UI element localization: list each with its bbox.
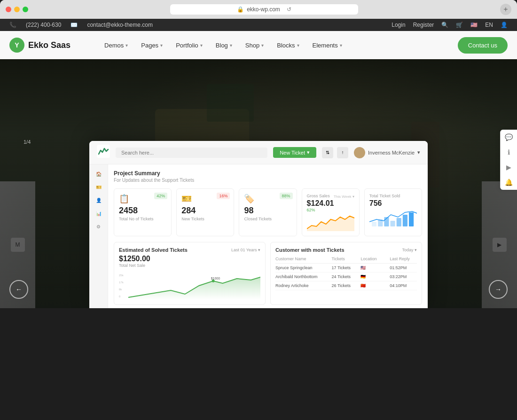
table-row[interactable]: Rodney Artichoke 26 Tickets 🇨🇳 04:10PM bbox=[275, 281, 417, 290]
minimize-button[interactable] bbox=[14, 7, 20, 12]
customer-reply-2: 03:22PM bbox=[390, 274, 417, 279]
chevron-down-icon: ▾ bbox=[261, 43, 264, 48]
table-row[interactable]: Archibald Northbottom 24 Tickets 🇩🇪 03:2… bbox=[275, 272, 417, 281]
customer-reply-3: 04:10PM bbox=[390, 283, 417, 288]
nav-label-demos: Demos bbox=[104, 42, 124, 49]
register-link[interactable]: Register bbox=[413, 22, 434, 28]
user-icon[interactable]: 👤 bbox=[501, 22, 508, 28]
cart-icon[interactable]: 🛒 bbox=[456, 22, 463, 28]
upload-icon[interactable]: ↑ bbox=[337, 147, 348, 158]
phone-number: (222) 400-630 bbox=[26, 22, 61, 28]
logo-icon: Y bbox=[9, 38, 24, 53]
language-label[interactable]: EN bbox=[485, 22, 493, 28]
svg-text:$1000: $1000 bbox=[211, 277, 220, 280]
nav-logo-group[interactable]: Y Ekko Saas bbox=[9, 38, 85, 53]
stats-row: 42% 📋 2458 Total No of Tickets 16% 🎫 284… bbox=[114, 188, 422, 236]
stat-label-total: Total No of Tickets bbox=[119, 217, 166, 221]
stat-label-closed: Closed Tickets bbox=[244, 217, 291, 221]
sidebar-settings-icon[interactable]: ⚙ bbox=[94, 222, 103, 231]
prev-slide-button[interactable]: ← bbox=[9, 280, 28, 299]
customers-period[interactable]: Today ▾ bbox=[402, 248, 417, 252]
login-link[interactable]: Login bbox=[392, 22, 405, 28]
nav-item-blocks[interactable]: Blocks ▾ bbox=[271, 38, 305, 53]
comment-icon[interactable]: 💬 bbox=[505, 133, 513, 141]
stat-badge-total: 42% bbox=[154, 193, 167, 199]
nav-label-portfolio: Portfolio bbox=[176, 42, 198, 49]
customer-tickets-1: 17 Tickets bbox=[332, 265, 359, 270]
stat-badge-closed: 88% bbox=[280, 193, 293, 199]
total-sold-card: Total Ticket Sold 756 bbox=[364, 188, 422, 236]
nav-label-blocks: Blocks bbox=[277, 42, 295, 49]
svg-text:8k: 8k bbox=[119, 288, 122, 291]
nav-item-shop[interactable]: Shop ▾ bbox=[240, 38, 269, 53]
customer-flag-2: 🇩🇪 bbox=[360, 274, 388, 279]
browser-chrome: 🔒 ekko-wp.com ↺ + bbox=[0, 0, 517, 19]
svg-rect-5 bbox=[396, 218, 401, 226]
solved-title: Estimated of Solved Tickets bbox=[119, 247, 188, 253]
gross-sales-period: This Week ▾ bbox=[334, 194, 354, 199]
address-bar[interactable]: 🔒 ekko-wp.com ↺ bbox=[170, 4, 358, 15]
search-icon[interactable]: 🔍 bbox=[441, 22, 448, 28]
email-icon: ✉️ bbox=[70, 22, 78, 28]
gross-sales-value: $124.01 bbox=[307, 199, 354, 208]
traffic-lights bbox=[6, 7, 28, 12]
sidebar-chart-icon[interactable]: 📊 bbox=[94, 209, 103, 218]
nav-item-demos[interactable]: Demos ▾ bbox=[99, 38, 133, 53]
customers-table-header: Customer Name Tickets Location Last Repl… bbox=[275, 255, 417, 264]
stat-label-new: New Tickets bbox=[181, 217, 229, 221]
chevron-down-icon: ▾ bbox=[297, 43, 299, 48]
url-text: ekko-wp.com bbox=[247, 6, 280, 13]
nav-item-blog[interactable]: Blog ▾ bbox=[210, 38, 238, 53]
gross-sales-chart bbox=[307, 212, 354, 231]
dashboard-bottom: Estimated of Solved Tickets Last 01 Year… bbox=[114, 242, 422, 305]
col-reply: Last Reply bbox=[390, 257, 417, 261]
svg-text:25k: 25k bbox=[119, 274, 124, 277]
dashboard-search-input[interactable] bbox=[116, 148, 267, 158]
chevron-down-icon: ▾ bbox=[200, 43, 203, 48]
close-button[interactable] bbox=[6, 7, 11, 12]
new-ticket-button[interactable]: New Ticket ▾ bbox=[273, 147, 316, 158]
chevron-down-icon: ▾ bbox=[340, 43, 342, 48]
nav-item-elements[interactable]: Elements ▾ bbox=[307, 38, 348, 53]
browser-titlebar: 🔒 ekko-wp.com ↺ + bbox=[0, 0, 517, 19]
solved-label: Total Net Sale bbox=[119, 263, 260, 268]
customer-name-3: Rodney Artichoke bbox=[275, 283, 330, 288]
share-icon[interactable]: ⇅ bbox=[322, 147, 333, 158]
nav-label-elements: Elements bbox=[313, 42, 338, 49]
table-row[interactable]: Spruce Springclean 17 Tickets 🇺🇸 01:52PM bbox=[275, 264, 417, 272]
bell-icon[interactable]: 🔔 bbox=[505, 179, 513, 186]
dashboard-user[interactable]: Inverness McKenzie ▾ bbox=[354, 147, 420, 158]
sidebar-user-icon[interactable]: 👤 bbox=[94, 195, 103, 205]
solved-period[interactable]: Last 01 Years ▾ bbox=[231, 248, 260, 252]
gross-sales-card: Gross Sales This Week ▾ $124.01 62% bbox=[302, 188, 360, 236]
nav-item-pages[interactable]: Pages ▾ bbox=[135, 38, 168, 53]
contact-button[interactable]: Contact us bbox=[458, 37, 508, 54]
fullscreen-button[interactable] bbox=[23, 7, 28, 12]
svg-rect-7 bbox=[409, 212, 414, 226]
dashboard-sidebar: 🏠 🎫 👤 📊 ⚙ bbox=[89, 164, 108, 308]
site-logo: Ekko Saas bbox=[28, 40, 70, 50]
svg-rect-1 bbox=[372, 222, 376, 226]
section-title: Project Summary bbox=[114, 170, 422, 177]
svg-point-13 bbox=[212, 280, 215, 282]
customer-name-1: Spruce Springclean bbox=[275, 265, 330, 270]
nav-label-blog: Blog bbox=[216, 42, 228, 49]
next-slide-button[interactable]: → bbox=[489, 280, 508, 299]
col-customer-name: Customer Name bbox=[275, 257, 330, 261]
sidebar-home-icon[interactable]: 🏠 bbox=[94, 169, 103, 179]
chevron-down-icon: ▾ bbox=[307, 149, 310, 156]
refresh-icon[interactable]: ↺ bbox=[287, 6, 291, 13]
nav-item-portfolio[interactable]: Portfolio ▾ bbox=[170, 38, 208, 53]
dashboard-logo bbox=[97, 145, 110, 160]
sidebar-ticket-icon[interactable]: 🎫 bbox=[94, 182, 103, 192]
flag-icon: 🇺🇸 bbox=[470, 22, 478, 28]
solved-tickets-section: Estimated of Solved Tickets Last 01 Year… bbox=[114, 242, 266, 305]
svg-text:0: 0 bbox=[119, 295, 121, 298]
new-tab-button[interactable]: + bbox=[500, 4, 511, 15]
stat-badge-new: 16% bbox=[217, 193, 230, 199]
nav-menu: Demos ▾ Pages ▾ Portfolio ▾ Blog ▾ Shop … bbox=[99, 38, 458, 53]
svg-rect-4 bbox=[390, 221, 395, 226]
info-icon[interactable]: ℹ bbox=[508, 148, 510, 156]
play-icon[interactable]: ▶ bbox=[506, 163, 511, 171]
hero-section: Unique and powerful suite of software to… bbox=[0, 59, 517, 308]
